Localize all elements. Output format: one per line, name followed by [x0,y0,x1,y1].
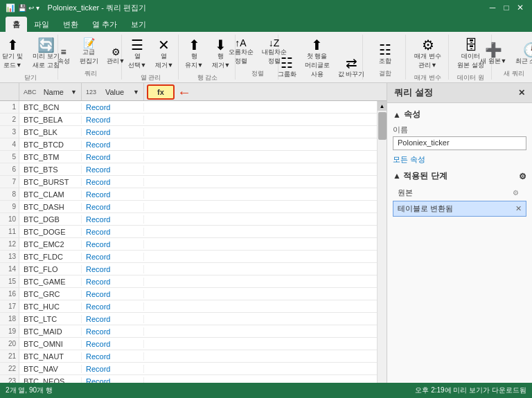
table-row[interactable]: 10 BTC_DGB Record [0,213,377,226]
table-row[interactable]: 3 BTC_BLK Record [0,126,377,138]
row-name-cell: BTC_DGB [19,215,82,224]
vertical-scrollbar[interactable]: ▲ [377,101,387,383]
table-row[interactable]: 23 BTC_NEOS Record [0,375,377,383]
name-column-header[interactable]: ABC Name ▼ [19,83,82,100]
choose-columns-button[interactable]: ☰ 열선택▼ [125,36,150,72]
fx-icon: fx [157,88,164,96]
close-button[interactable]: ✕ [514,1,526,14]
sort-asc-button[interactable]: ↑A 오름차순정렬 [225,36,257,68]
keep-rows-button[interactable]: ⬆ 행유지▼ [181,36,207,72]
close-load-icon: ⬆ [7,38,19,52]
query-settings-content: ▲ 속성 이름 Poloniex_ticker 모든 속성 ▲ 적용된 단계 ⚙… [387,103,532,383]
step-delete-icon[interactable]: ✕ [515,204,522,213]
row-name-cell: BTC_DASH [19,203,82,211]
row-value-cell: Record [82,165,144,174]
query-settings-title: 쿼리 설정 [394,87,433,99]
manage-params-button[interactable]: ⚙ 매개 변수관리▼ [411,36,445,72]
tab-file[interactable]: 파일 [27,17,56,32]
replace-values-button[interactable]: ⇄ 값 바꾸기 [335,54,369,81]
ribbon-group-new-query-content: ➕ 새 원본▼ 🕐 최근 소스▼ [477,36,532,68]
close-load-button[interactable]: ⬆ 닫기 및로드▼ [0,36,28,72]
new-source-button[interactable]: ➕ 새 원본▼ [477,41,510,68]
row-number: 8 [0,188,19,200]
ribbon-group-query-label: 쿼리 [64,69,117,78]
row-number: 22 [0,363,19,374]
remove-columns-button[interactable]: ✕ 열제거▼ [152,36,177,72]
tab-add-column[interactable]: 열 추가 [85,17,124,32]
tab-view[interactable]: 보기 [124,17,153,32]
applied-steps-expand: ▲ 적용된 단계 [393,170,447,182]
row-number: 23 [0,375,19,383]
step-settings-icon[interactable]: ⚙ [513,189,519,197]
table-row[interactable]: 12 BTC_EMC2 Record [0,238,377,251]
row-number: 3 [0,126,19,138]
table-row[interactable]: 21 BTC_NAUT Record [0,350,377,363]
row-name-cell: BTC_BLK [19,128,82,136]
row-number: 1 [0,101,19,113]
table-row[interactable]: 1 BTC_BCN Record [0,101,377,114]
table-row[interactable]: 14 BTC_FLO Record [0,263,377,275]
table-row[interactable]: 11 BTC_DOGE Record [0,226,377,238]
minimize-button[interactable]: ─ [486,1,499,14]
combine-icon: ☷ [379,43,391,57]
applied-steps-settings-icon[interactable]: ⚙ [519,172,526,181]
table-row[interactable]: 2 BTC_BELA Record [0,114,377,126]
applied-step[interactable]: 테이블로 변환됨 ✕ [393,201,526,217]
table-row[interactable]: 4 BTC_BTCD Record [0,138,377,151]
row-value-cell: Record [82,265,144,273]
remove-columns-icon: ✕ [158,38,170,52]
recent-sources-button[interactable]: 🕐 최근 소스▼ [512,41,533,68]
all-props-link[interactable]: 모든 속성 [393,154,526,165]
row-name-cell: BTC_FLO [19,265,82,273]
group-by-button[interactable]: ☷ 그룹화 [274,54,300,81]
properties-button[interactable]: ≡ 속성 [53,45,75,68]
table-row[interactable]: 6 BTC_BTS Record [0,163,377,176]
value-column-header[interactable]: 123 Value ▼ [82,83,144,100]
row-value-cell: Record [82,290,144,298]
query-name-value[interactable]: Poloniex_ticker [393,136,526,150]
scroll-thumb[interactable] [378,112,387,140]
maximize-button[interactable]: □ [500,1,513,14]
value-col-label: Value [105,88,124,96]
step-name: 테이블로 변환됨 [398,203,515,214]
table-row[interactable]: 20 BTC_OMNI Record [0,338,377,350]
row-name-cell: BTC_GAME [19,278,82,286]
tab-home[interactable]: 홈 [6,17,27,32]
row-name-cell: BTC_NAUT [19,352,82,361]
table-row[interactable]: 8 BTC_CLAM Record [0,188,377,201]
query-editor-panel: ABC Name ▼ 123 Value ▼ fx ← 1 BTC_BCN Re… [0,83,387,383]
table-row[interactable]: 9 BTC_DASH Record [0,201,377,213]
use-first-row-button[interactable]: ⬆ 첫 행을머리글로사용 [301,36,333,81]
table-row[interactable]: 16 BTC_GRC Record [0,288,377,300]
row-name-cell: BTC_DOGE [19,228,82,236]
table-row[interactable]: 18 BTC_LTC Record [0,313,377,325]
name-col-filter-icon: ▼ [71,89,77,96]
name-prop-label: 이름 [393,125,526,135]
ribbon-group-combine-content: ☷ 조합 [374,36,396,68]
row-name-cell: BTC_NEOS [19,377,82,383]
applied-step[interactable]: 원본 ⚙ [393,185,526,201]
scroll-up-btn[interactable]: ▲ [378,101,387,111]
table-row[interactable]: 5 BTC_BTM Record [0,151,377,163]
query-settings-close-icon[interactable]: ✕ [518,88,525,98]
table-rows: 1 BTC_BCN Record 2 BTC_BELA Record 3 BTC… [0,101,377,383]
applied-steps-header: ▲ 적용된 단계 ⚙ [393,170,526,182]
table-row[interactable]: 22 BTC_NAV Record [0,363,377,375]
row-number: 20 [0,338,19,350]
ribbon: ⬆ 닫기 및로드▼ 🔄 미리 보기새로 고침 닫기 ≡ 속성 📝 고급편집기 ⚙… [0,32,532,83]
data-table: 1 BTC_BCN Record 2 BTC_BELA Record 3 BTC… [0,101,387,383]
tab-transform[interactable]: 변환 [56,17,85,32]
row-value-cell: Record [82,278,144,286]
extra-column-header[interactable]: fx ← [147,84,175,100]
table-row[interactable]: 13 BTC_FLDC Record [0,251,377,263]
table-row[interactable]: 17 BTC_HUC Record [0,300,377,313]
advanced-editor-button[interactable]: 📝 고급편집기 [76,36,102,68]
row-value-cell: Record [82,240,144,248]
table-row[interactable]: 15 BTC_GAME Record [0,275,377,288]
table-row[interactable]: 19 BTC_MAID Record [0,325,377,338]
table-row[interactable]: 7 BTC_BURST Record [0,176,377,188]
row-number: 15 [0,275,19,287]
combine-button[interactable]: ☷ 조합 [374,41,396,68]
row-value-cell: Record [82,253,144,261]
applied-steps-section: ▲ 적용된 단계 ⚙ 원본 ⚙ 테이블로 변환됨 ✕ [393,170,526,217]
